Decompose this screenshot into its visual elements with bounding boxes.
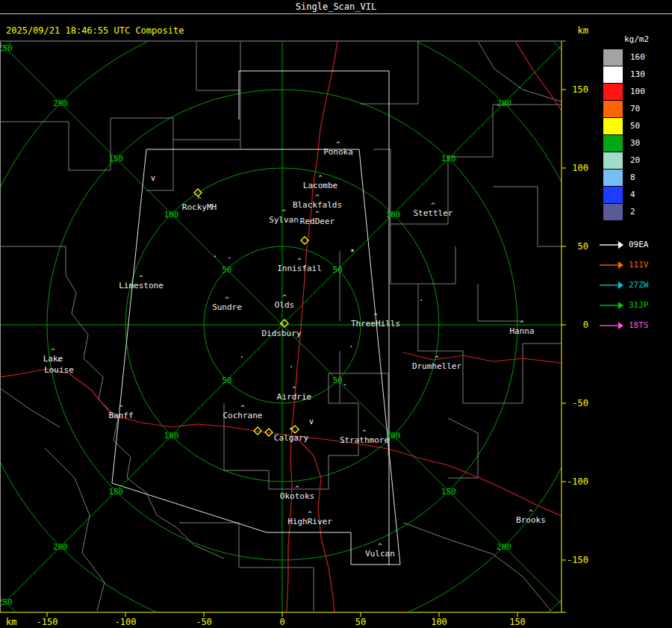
x-axis-tick-label: -100: [115, 617, 137, 627]
track-legend-item: 31JP: [599, 295, 671, 315]
color-scale: 16013010070503020842: [599, 49, 671, 220]
city-label-drumheller: Drumheller: [412, 361, 462, 371]
color-scale-value: 8: [630, 172, 635, 182]
color-swatch: [603, 84, 623, 100]
city-label-brooks: Brooks: [516, 515, 546, 525]
ring-label: 200: [53, 99, 68, 108]
track-legend-item: 111V: [599, 255, 671, 275]
color-scale-row: 2: [599, 203, 671, 220]
color-scale-value: 20: [630, 155, 640, 165]
point-marker: .: [240, 351, 244, 359]
color-scale-value: 100: [630, 87, 645, 96]
city-label-blackfalds: Blackfalds: [293, 200, 342, 210]
color-scale-row: 70: [599, 100, 671, 117]
city-label-sundre: Sundre: [212, 302, 242, 312]
track-arrow-icon: [599, 240, 624, 249]
color-swatch: [603, 101, 623, 117]
track-legend-item: 09EA: [599, 234, 671, 255]
boundary-line: [176, 527, 224, 559]
city-label-okotoks: Okotoks: [280, 491, 314, 501]
color-swatch: [603, 66, 623, 83]
color-swatch: [603, 170, 623, 186]
point-marker: .: [343, 379, 347, 387]
city-label-airdrie: Airdrie: [277, 392, 311, 402]
ring-label: 50: [333, 265, 343, 275]
scan-outline: [112, 149, 400, 565]
color-scale-panel: kg/m2 16013010070503020842: [599, 34, 671, 220]
track-id-label: 111V: [629, 260, 649, 270]
y-axis-tick-label: 50: [578, 241, 588, 252]
city-label-calgary: Calgary: [274, 433, 309, 443]
color-scale-value: 130: [630, 69, 645, 79]
x-axis-tick-label: 50: [355, 617, 366, 627]
city-label-strathmore: Strathmore: [340, 435, 389, 445]
ring-label: 50: [333, 376, 343, 385]
boundary-line: [391, 224, 455, 284]
city-label-rockymh: RockyMH: [182, 202, 217, 212]
color-swatch: [603, 135, 623, 152]
color-scale-row: 8: [599, 169, 671, 186]
boundary-line: [45, 448, 105, 611]
boundary-line: [0, 388, 60, 427]
ring-label: 150: [441, 487, 456, 497]
boundary-line: [448, 418, 478, 478]
color-scale-value: 70: [630, 104, 640, 114]
ring-label: 100: [164, 210, 179, 220]
color-scale-value: 160: [630, 52, 645, 62]
color-scale-row: 130: [599, 66, 671, 83]
color-swatch: [603, 204, 623, 220]
highway-line: [287, 41, 337, 612]
track-legend-item: 27ZW: [599, 275, 671, 295]
city-label-louise: Louise: [44, 365, 74, 375]
city-label-banff: Banff: [108, 411, 133, 420]
ring-label: 150: [108, 154, 123, 164]
radar-map[interactable]: 5010015020025050100150200501001502002505…: [0, 0, 672, 628]
ring-label: 200: [497, 99, 511, 108]
track-arrow-icon: [599, 261, 624, 270]
x-axis-tick-label: 100: [431, 617, 447, 627]
point-marker: *: [350, 248, 355, 256]
city-label-lacombe: Lacombe: [303, 181, 337, 190]
y-axis-tick-label: 150: [572, 84, 588, 95]
ring-label: 50: [222, 376, 231, 385]
city-label-sylvan: Sylvan: [269, 215, 299, 225]
city-label-reddeer: RedDeer: [300, 217, 335, 226]
color-scale-value: 2: [630, 207, 635, 217]
city-label-hanna: Hanna: [509, 326, 534, 336]
track-id-label: 31JP: [629, 300, 649, 310]
point-marker: .: [349, 341, 353, 349]
ring-label: 200: [53, 542, 68, 552]
city-label-stettler: Stettler: [414, 208, 453, 218]
boundary-line: [196, 41, 240, 90]
ring-label: 150: [441, 154, 456, 164]
x-axis-tick-label: -50: [196, 617, 212, 627]
point-marker: .: [213, 250, 217, 258]
range-ring: [0, 0, 672, 628]
color-scale-row: 30: [599, 134, 671, 152]
boundary-line: [418, 284, 561, 403]
boundary-line: [403, 523, 551, 611]
color-scale-row: 160: [599, 49, 671, 66]
track-id-label: 18TS: [629, 320, 649, 330]
city-label-limestone: Limestone: [119, 281, 164, 290]
y-axis-tick-label: 0: [583, 320, 588, 330]
point-marker: v: [309, 417, 314, 426]
boundary-line: [0, 118, 111, 170]
boundary-line: [493, 187, 561, 246]
highway-line: [515, 41, 561, 111]
color-scale-value: 50: [630, 121, 640, 131]
color-scale-row: 4: [599, 186, 671, 203]
city-label-innisfail: Innisfail: [277, 264, 322, 273]
color-swatch: [603, 118, 623, 134]
ring-label: 50: [222, 265, 231, 275]
color-swatch: [603, 152, 623, 169]
color-scale-value: 30: [630, 138, 640, 148]
boundary-line: [478, 284, 523, 321]
point-marker: .: [419, 294, 423, 302]
track-legend-item: 18TS: [599, 315, 671, 335]
x-axis-tick-label: 0: [279, 617, 284, 627]
color-scale-row: 100: [599, 83, 671, 100]
y-axis-tick-label: -100: [567, 476, 588, 487]
ring-label: 250: [0, 597, 13, 607]
track-arrow-icon: [599, 301, 624, 310]
